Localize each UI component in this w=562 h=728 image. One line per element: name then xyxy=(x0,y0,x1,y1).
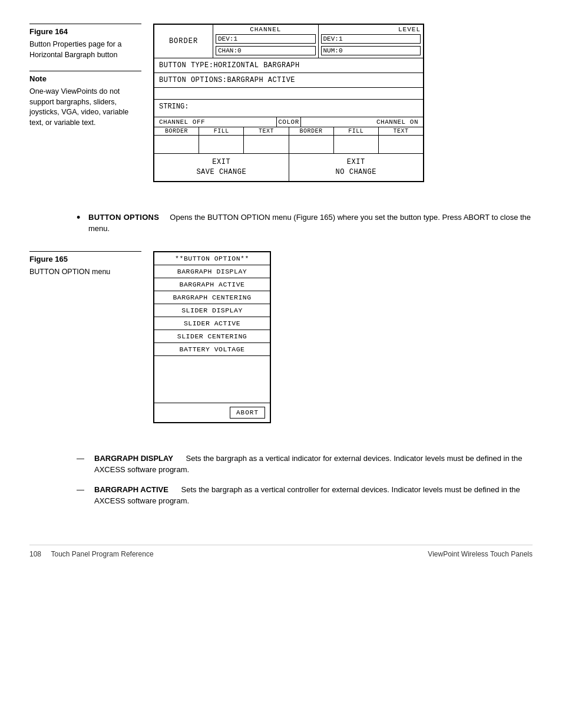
page-number: 108 xyxy=(29,550,41,558)
color-val-3 xyxy=(244,136,289,153)
abort-row: ABORT xyxy=(154,403,270,422)
bp-dev1-field: DEV:1 xyxy=(216,34,316,44)
page-footer: 108 Touch Panel Program Reference ViewPo… xyxy=(29,545,533,558)
color-val-4 xyxy=(289,136,334,153)
figure-165-left: Figure 165 BUTTON OPTION menu xyxy=(29,251,153,278)
bp-level-block: LEVEL DEV:1 NUM:0 xyxy=(319,25,424,58)
exit-no-cell[interactable]: EXITNO CHANGE xyxy=(289,154,424,181)
channel-on-label: CHANNEL ON xyxy=(301,117,423,127)
bullet-text-0: BUTTON OPTIONS Opens the BUTTON OPTION m… xyxy=(88,212,533,235)
sub-text2: TEXT xyxy=(379,127,423,135)
dash-list: — BARGRAPH DISPLAY Sets the bargraph as … xyxy=(77,453,533,515)
bp-string-row: STRING: xyxy=(154,100,423,117)
bp-empty-row xyxy=(154,88,423,100)
bp-channel-block: CHANNEL DEV:1 CHAN:0 xyxy=(213,25,319,58)
figure-164-caption: Button Properties page for a Horizontal … xyxy=(29,39,141,60)
dash-term-0: BARGRAPH DISPLAY xyxy=(94,454,173,463)
bp-top-row: BORDER CHANNEL DEV:1 CHAN:0 LEVEL DEV:1 … xyxy=(154,25,423,58)
figure-165-section: Figure 165 BUTTON OPTION menu **BUTTON O… xyxy=(29,251,533,423)
figure-164-label: Figure 164 xyxy=(29,24,141,36)
bullet-term-0: BUTTON OPTIONS xyxy=(88,213,159,222)
color-value-row xyxy=(154,136,423,153)
menu-title: **BUTTON OPTION** xyxy=(154,252,270,265)
abort-button[interactable]: ABORT xyxy=(230,407,265,419)
dash-text-1: BARGRAPH ACTIVE Sets the bargraph as a v… xyxy=(94,484,533,507)
note-text: One-way ViewPoints do not support bargra… xyxy=(29,87,141,128)
figure-164-left: Figure 164 Button Properties page for a … xyxy=(29,24,153,128)
bullet-section: • BUTTON OPTIONS Opens the BUTTON OPTION… xyxy=(77,212,533,239)
dash-term-1: BARGRAPH ACTIVE xyxy=(94,485,168,494)
figure-165-caption: BUTTON OPTION menu xyxy=(29,267,141,278)
exit-no-label: EXITNO CHANGE xyxy=(336,158,376,176)
bp-button-type-row: BUTTON TYPE:HORIZONTAL BARGRAPH xyxy=(154,58,423,73)
sub-text1: TEXT xyxy=(244,127,289,135)
bp-border-label: BORDER xyxy=(154,25,213,58)
dash-mark-0: — xyxy=(77,453,94,476)
bp-level-label: LEVEL xyxy=(321,26,421,33)
footer-left: 108 Touch Panel Program Reference xyxy=(29,550,154,558)
dash-item-0: — BARGRAPH DISPLAY Sets the bargraph as … xyxy=(77,453,533,476)
dash-mark-1: — xyxy=(77,484,94,507)
channel-off-label: CHANNEL OFF xyxy=(154,117,276,127)
color-val-5 xyxy=(334,136,379,153)
color-table: CHANNEL OFF COLOR CHANNEL ON BORDER FILL… xyxy=(154,117,423,154)
color-subheader-row: BORDER FILL TEXT BORDER FILL TEXT xyxy=(154,127,423,136)
sub-border2: BORDER xyxy=(289,127,334,135)
color-center-label: COLOR xyxy=(276,117,301,127)
menu-battery-voltage[interactable]: BATTERY VOLTAGE xyxy=(154,343,270,356)
note-label: Note xyxy=(29,71,141,83)
button-option-menu-ui: **BUTTON OPTION** BARGRAPH DISPLAY BARGR… xyxy=(153,251,271,423)
menu-bargraph-active[interactable]: BARGRAPH ACTIVE xyxy=(154,278,270,291)
menu-bargraph-display[interactable]: BARGRAPH DISPLAY xyxy=(154,265,270,278)
color-val-6 xyxy=(379,136,423,153)
bp-dev1-level-field: DEV:1 xyxy=(321,34,421,44)
menu-empty-area xyxy=(154,356,270,403)
bp-chan0-field: CHAN:0 xyxy=(216,46,316,55)
bp-num0-field: NUM:0 xyxy=(321,46,421,55)
color-val-2 xyxy=(199,136,244,153)
bp-button-options-row: BUTTON OPTIONS:BARGRAPH ACTIVE xyxy=(154,73,423,88)
bp-channel-label: CHANNEL xyxy=(216,26,316,33)
sub-fill1: FILL xyxy=(199,127,244,135)
dash-text-0: BARGRAPH DISPLAY Sets the bargraph as a … xyxy=(94,453,533,476)
color-val-1 xyxy=(154,136,199,153)
sub-border1: BORDER xyxy=(154,127,199,135)
exit-save-cell[interactable]: EXITSAVE CHANGE xyxy=(154,154,289,181)
bullet-item-0: • BUTTON OPTIONS Opens the BUTTON OPTION… xyxy=(77,212,533,235)
sub-fill2: FILL xyxy=(334,127,379,135)
footer-left-text: Touch Panel Program Reference xyxy=(51,550,153,558)
figure-165-label: Figure 165 xyxy=(29,251,141,263)
bullet-dot: • xyxy=(77,212,88,235)
menu-slider-centering[interactable]: SLIDER CENTERING xyxy=(154,330,270,343)
exit-save-label: EXITSAVE CHANGE xyxy=(196,158,246,176)
figure-164-section: Figure 164 Button Properties page for a … xyxy=(29,24,533,182)
menu-bargraph-centering[interactable]: BARGRAPH CENTERING xyxy=(154,291,270,304)
bp-exit-row: EXITSAVE CHANGE EXITNO CHANGE xyxy=(154,154,423,181)
color-header-row: CHANNEL OFF COLOR CHANNEL ON xyxy=(154,117,423,127)
button-properties-ui: BORDER CHANNEL DEV:1 CHAN:0 LEVEL DEV:1 … xyxy=(153,24,424,182)
dash-item-1: — BARGRAPH ACTIVE Sets the bargraph as a… xyxy=(77,484,533,507)
menu-slider-display[interactable]: SLIDER DISPLAY xyxy=(154,304,270,317)
menu-slider-active[interactable]: SLIDER ACTIVE xyxy=(154,317,270,330)
footer-right: ViewPoint Wireless Touch Panels xyxy=(428,550,533,558)
